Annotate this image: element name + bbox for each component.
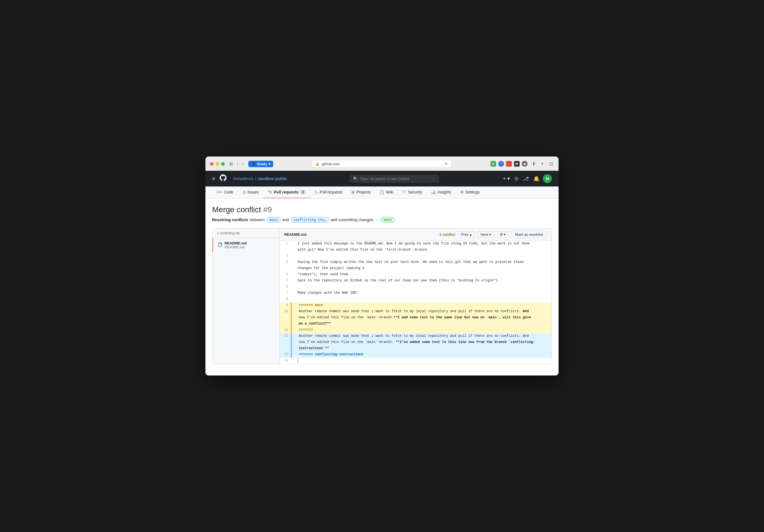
search-icon: 🔍 [353,177,358,181]
code-line-3b: changes for the project (making a [280,265,552,272]
tab-projects[interactable]: ⊞ Projects [347,187,375,198]
code-line-12c: instructions`** [280,345,552,352]
search-bar[interactable]: 🔍 Type / to search or ask Copilot / [349,175,439,183]
line-num-11: 11 [280,327,291,333]
line-num-12b [280,339,291,345]
conflict-marker-7 [291,290,293,296]
reload-icon[interactable]: ↻ [445,162,448,166]
mark-resolved-label: Mark as resolved [515,232,543,237]
settings-button[interactable]: ⚙ ▾ [497,231,508,238]
tab-pr-label: Pull requests [274,190,298,194]
line-content-9: <<<<<<< main [294,302,552,309]
tab-actions[interactable]: ▷ Pull requests [310,187,347,198]
line-content-4: "commit"), then send them [293,272,552,278]
line-content-1b: with git! Now I've edited this file on t… [293,247,552,253]
file-list-panel: 1 conflicting file README.md README.md [212,228,280,364]
line-content-8 [293,296,552,302]
code-content[interactable]: 1 I just added this message to the READM… [280,241,552,364]
code-line-1: 1 I just added this message to the READM… [280,241,552,247]
line-num-14: 14 [280,358,291,364]
mark-resolved-button[interactable]: Mark as resolved [511,231,547,238]
file-info: README.md README.md [225,241,247,249]
file-icon [218,242,222,248]
tab-pull-requests[interactable]: ⌥ Pull requests 1 [263,187,310,198]
ext3-icon[interactable]: i [506,161,512,167]
line-content-13: >>>>>>> conflicting-instructions [294,352,552,358]
sidebar-icon[interactable]: ⊡ [548,161,554,167]
line-num-5: 5 [280,278,291,284]
tab-insights-label: Insights [438,190,451,194]
file-name: README.md [225,241,247,245]
line-num-8: 8 [280,296,291,302]
settings-tab-icon: ⚙ [460,190,464,194]
bitwarden-ext-icon[interactable]: 🛡 [498,161,504,167]
address-text: github.com [322,162,443,166]
tab-code[interactable]: </> Code [212,187,238,198]
line-content-3: Saving the file simply writes the new te… [293,259,552,265]
tab-settings-label: Settings [466,190,480,194]
study-label: Study [257,162,267,166]
code-line-1b: with git! Now I've edited this file on t… [280,247,552,253]
browser-toolbar: 🔒 github.com ↻ [277,160,487,168]
minimize-button[interactable] [216,162,219,166]
grammarly-ext-icon[interactable]: G [490,161,496,167]
study-icon: 🎓 [251,162,256,166]
editor-layout: 1 conflicting file README.md README.md [212,228,552,364]
branch2-badge: conflicting-ins… [290,217,329,222]
close-button[interactable] [210,162,214,166]
conflict-marker-10 [291,309,293,315]
editor-toolbar: README.md 1 conflict Prev ▴ Next ▾ [280,228,552,241]
conflict-marker-12b [291,339,293,345]
share-button[interactable]: ⬆ [531,161,537,167]
tab-security[interactable]: 🛡 Security [398,187,427,198]
fullscreen-button[interactable] [221,162,225,166]
issues-button[interactable]: ⊙ [513,175,520,183]
file-list-header: 1 conflicting file [212,228,280,238]
hamburger-icon[interactable]: ≡ [212,176,215,182]
code-line-8: 8 [280,296,552,302]
code-line-12b: now I've edited this file on the `main`-… [280,339,552,345]
tab-wiki[interactable]: 📋 Wiki [375,187,398,198]
code-line-9: 9 <<<<<<< main [280,302,552,309]
code-line-4: 4 "commit"), then send them [280,272,552,278]
line-num-6: 6 [280,284,291,290]
next-button[interactable]: Next ▾ [478,231,494,238]
back-button[interactable]: ‹ [236,161,239,167]
security-tab-icon: 🛡 [402,190,406,194]
tab-insights[interactable]: 📊 Insights [427,187,456,198]
conflict-marker-10c [291,321,293,327]
avatar[interactable]: M [543,174,552,183]
line-num-10c [280,321,291,327]
pr-number: #9 [263,205,272,214]
ext5-icon[interactable]: ◉ [522,161,527,167]
resolving-label: Resolving conflicts [212,217,248,222]
extension-icons: G 🛡 i M ◉ [490,161,527,167]
plus-menu-button[interactable]: + ▾ [502,175,511,183]
line-num-3b [280,265,291,272]
address-bar[interactable]: 🔒 github.com ↻ [312,160,452,168]
line-num-3: 3 [280,259,291,265]
prev-button[interactable]: Prev ▴ [458,231,475,238]
conflict-marker-13 [291,352,293,358]
owner-link[interactable]: monadevos [233,177,253,181]
ext4-icon[interactable]: M [514,161,520,167]
pr-title: Merge conflict #9 [212,205,552,214]
repo-link[interactable]: sandbox-public [258,177,287,181]
tab-settings[interactable]: ⚙ Settings [456,187,484,198]
tab-issues[interactable]: ◎ Issues [238,187,263,198]
conflict-count-badge: 1 conflict [439,232,455,237]
conflict-marker-12 [291,333,293,339]
conflict-marker-1b [291,247,293,253]
line-content-12: Another remote commit was made that i wa… [294,333,552,339]
tab-issues-label: Issues [248,190,259,194]
forward-button[interactable]: › [241,161,245,167]
new-tab-button[interactable]: + [540,161,545,166]
sidebar-toggle-icon[interactable]: ⊞ [228,161,234,167]
study-badge[interactable]: 🎓 Study ▾ [248,161,273,167]
code-line-10: 10 Another remote commit was made that i… [280,309,552,315]
github-logo[interactable] [220,175,227,183]
notifications-button[interactable]: 🔔 [532,175,541,183]
line-num-7: 7 [280,290,291,296]
pull-requests-button[interactable]: ⎇ [522,175,530,183]
readme-file-item[interactable]: README.md README.md [212,238,280,252]
